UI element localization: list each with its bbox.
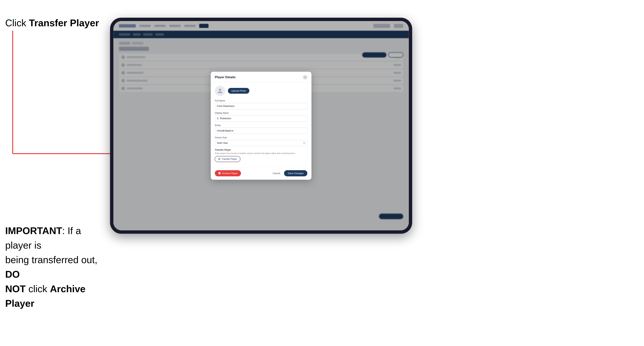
instruction-not: NOT <box>5 283 26 294</box>
instruction-line2: being transferred out, <box>5 254 97 265</box>
full-name-label: Full Name <box>215 99 307 102</box>
cancel-button[interactable]: Cancel <box>270 170 283 176</box>
modal-body: Upload Photo Full Name Display Name <box>211 82 312 168</box>
transfer-player-section: Transfer Player If this player has moved… <box>215 149 307 162</box>
email-group: Email <box>215 124 307 134</box>
email-label: Email <box>215 124 307 127</box>
player-details-modal: Player Details × Upload Photo <box>211 72 312 180</box>
instruction-bottom: IMPORTANT: If a player is being transfer… <box>5 223 102 311</box>
footer-right-actions: Cancel Save Changes <box>270 170 307 176</box>
modal-footer: Archive Player Cancel Save Changes <box>211 168 312 180</box>
save-changes-button[interactable]: Save Changes <box>284 170 307 176</box>
transfer-icon <box>218 158 221 160</box>
transfer-player-button[interactable]: Transfer Player <box>215 156 240 162</box>
avatar-row: Upload Photo <box>215 86 307 96</box>
archive-icon <box>218 172 221 175</box>
instruction-line3-suffix: click <box>26 283 50 294</box>
display-name-input[interactable] <box>215 115 307 122</box>
instruction-top-prefix: Click <box>5 17 29 28</box>
archive-player-button[interactable]: Archive Player <box>215 170 241 176</box>
tablet-device: Player Details × Upload Photo <box>110 18 412 234</box>
modal-overlay: Player Details × Upload Photo <box>114 21 409 230</box>
display-name-label: Display Name <box>215 112 307 114</box>
instruction-do: DO <box>5 269 20 280</box>
transfer-player-button-label: Transfer Player <box>222 158 237 160</box>
avatar-circle <box>215 86 225 96</box>
full-name-input[interactable] <box>215 103 307 109</box>
archive-player-label: Archive Player <box>222 172 238 175</box>
instruction-top: Click Transfer Player <box>5 17 99 29</box>
display-name-group: Display Name <box>215 112 307 122</box>
modal-title: Player Details <box>215 75 236 79</box>
upload-photo-button[interactable]: Upload Photo <box>228 88 249 94</box>
instruction-important: IMPORTANT <box>5 225 62 236</box>
svg-rect-3 <box>218 172 221 173</box>
instruction-top-bold: Transfer Player <box>29 17 99 28</box>
transfer-player-label: Transfer Player <box>215 149 307 151</box>
school-year-label: School Year <box>215 136 307 139</box>
email-input[interactable] <box>215 128 307 134</box>
full-name-group: Full Name <box>215 99 307 109</box>
modal-header: Player Details × <box>211 72 312 82</box>
school-year-select[interactable]: First Year Second Year Third Year Fourth… <box>215 140 307 146</box>
tablet-screen: Player Details × Upload Photo <box>114 21 409 230</box>
avatar-icon <box>217 88 223 94</box>
modal-close-button[interactable]: × <box>303 75 307 80</box>
school-year-group: School Year First Year Second Year Third… <box>215 136 307 146</box>
transfer-player-description: If this player has moved to another scho… <box>215 152 307 155</box>
